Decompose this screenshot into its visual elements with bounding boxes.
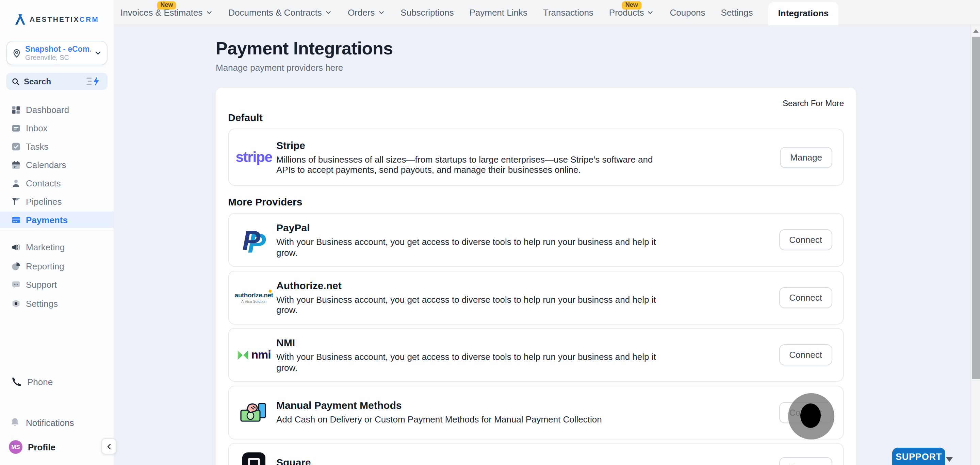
- sidebar-item-dashboard[interactable]: Dashboard: [0, 102, 114, 118]
- dashboard-icon: [11, 105, 21, 115]
- provider-description: Add Cash on Delivery or Custom Payment M…: [276, 415, 664, 425]
- sidebar-item-inbox[interactable]: Inbox: [0, 120, 114, 136]
- app-window: AESTHETIXCRM Snapshot - eCom... Greenvil…: [0, 0, 980, 465]
- chevron-down-icon: [377, 8, 385, 16]
- scrollbar-thumb[interactable]: [972, 37, 980, 379]
- sidebar-item-label: Pipelines: [26, 196, 62, 206]
- nav-item-settings[interactable]: Settings: [721, 0, 753, 24]
- connect-button[interactable]: Connect: [779, 229, 832, 250]
- sidebar-item-label: Notifications: [26, 417, 74, 428]
- contacts-person-icon: [11, 178, 21, 188]
- nav-item-transactions[interactable]: Transactions: [543, 0, 593, 24]
- sidebar: AESTHETIXCRM Snapshot - eCom... Greenvil…: [0, 0, 115, 465]
- search-input[interactable]: Search: [6, 73, 108, 90]
- settings-gear-icon: [11, 298, 21, 308]
- nav-item-subscriptions[interactable]: Subscriptions: [401, 0, 453, 24]
- provider-row-authorize-net: authorize.net A Visa Solution Authorize.…: [228, 270, 844, 324]
- provider-name: NMI: [276, 337, 779, 349]
- integrations-panel: Search For More Default stripe Stripe Mi…: [215, 87, 857, 465]
- sidebar-item-profile[interactable]: MS Profile: [0, 439, 114, 455]
- sidebar-item-pipelines[interactable]: Pipelines: [0, 193, 114, 209]
- new-badge: New: [157, 2, 176, 10]
- nav-item-payment-links[interactable]: Payment Links: [469, 0, 527, 24]
- nav-item-integrations[interactable]: Integrations: [769, 2, 838, 25]
- nav-item-label: Orders: [348, 7, 375, 17]
- scroll-up-arrow-icon: [973, 29, 978, 32]
- search-for-more-link[interactable]: Search For More: [216, 98, 844, 108]
- sidebar-collapse-button[interactable]: [102, 438, 116, 454]
- support-button[interactable]: SUPPORT: [892, 448, 945, 465]
- nav-item-label: Integrations: [778, 8, 829, 18]
- nmi-bowtie-icon: [237, 349, 249, 361]
- stripe-logo: stripe: [231, 149, 276, 165]
- sidebar-item-label: Support: [26, 279, 57, 290]
- sidebar-item-label: Phone: [27, 376, 53, 387]
- location-selector[interactable]: Snapshot - eCom... Greenville, SC: [6, 41, 108, 65]
- nav-item-documents-contracts[interactable]: Documents & Contracts: [228, 0, 332, 24]
- sidebar-item-label: Payments: [26, 215, 68, 225]
- sidebar-divider: [0, 231, 115, 231]
- search-icon: [11, 77, 20, 86]
- provider-name: Stripe: [276, 139, 780, 151]
- sidebar-item-notifications[interactable]: Notifications: [0, 414, 114, 431]
- avatar: MS: [9, 440, 22, 454]
- sidebar-menu-secondary: Marketing Reporting Support: [0, 236, 114, 315]
- calendar-icon: [11, 160, 21, 170]
- provider-row-stripe: stripe Stripe Millions of businesses of …: [228, 129, 844, 186]
- sidebar-item-phone[interactable]: Phone: [0, 373, 114, 390]
- tasks-check-icon: [11, 141, 21, 151]
- sidebar-item-label: Reporting: [26, 261, 64, 271]
- provider-row-square: Square Connect: [228, 443, 844, 465]
- page-scrollbar[interactable]: [970, 25, 980, 465]
- connect-button[interactable]: Connect: [779, 457, 832, 465]
- chevron-left-icon: [105, 443, 113, 450]
- sidebar-item-label: Profile: [28, 442, 56, 452]
- bell-icon: [10, 417, 21, 428]
- pipelines-funnel-icon: [11, 196, 21, 206]
- nav-item-orders[interactable]: Orders: [348, 0, 385, 24]
- sidebar-item-label: Tasks: [26, 141, 48, 151]
- nav-item-products[interactable]: New Products: [609, 0, 654, 24]
- paypal-logo: P P: [231, 224, 276, 256]
- sidebar-item-calendars[interactable]: Calendars: [0, 157, 114, 173]
- payments-card-icon: [11, 215, 21, 225]
- chevron-down-icon: [325, 8, 332, 16]
- sidebar-item-contacts[interactable]: Contacts: [0, 175, 114, 191]
- sidebar-item-label: Calendars: [26, 160, 66, 170]
- sidebar-item-marketing[interactable]: Marketing: [0, 240, 114, 255]
- sidebar-item-label: Contacts: [26, 178, 61, 188]
- provider-name: Square: [276, 457, 779, 465]
- page-subtitle: Manage payment providers here: [216, 63, 857, 73]
- connect-button[interactable]: Connect: [779, 287, 832, 308]
- sidebar-item-support[interactable]: Support: [0, 277, 114, 292]
- chevron-down-icon: [205, 8, 213, 16]
- main-content: Payment Integrations Manage payment prov…: [215, 25, 857, 465]
- location-name: Snapshot - eCom...: [25, 44, 91, 53]
- brand-logo: AESTHETIXCRM: [0, 4, 114, 34]
- provider-description: With your Business account, you get acce…: [276, 294, 664, 315]
- new-badge: New: [622, 2, 641, 10]
- authorize-net-logo: authorize.net A Visa Solution: [231, 291, 276, 303]
- provider-row-manual-payment-methods: Manual Payment Methods Add Cash on Deliv…: [228, 386, 844, 439]
- nav-item-coupons[interactable]: Coupons: [670, 0, 705, 24]
- reporting-pie-icon: [11, 261, 21, 271]
- nav-item-label: Payment Links: [469, 7, 527, 17]
- provider-name: PayPal: [276, 222, 779, 234]
- chevron-down-icon: [94, 49, 102, 57]
- sidebar-item-payments[interactable]: Payments: [0, 211, 114, 228]
- connect-button[interactable]: Connect: [779, 344, 832, 365]
- provider-description: Millions of businesses of all sizes—from…: [276, 154, 664, 175]
- sidebar-item-reporting[interactable]: Reporting: [0, 259, 114, 273]
- section-more-providers: More Providers: [228, 196, 856, 208]
- scrollbar-up-button[interactable]: [971, 25, 980, 36]
- search-placeholder: Search: [24, 76, 82, 86]
- sidebar-item-settings[interactable]: Settings: [0, 296, 114, 311]
- nav-item-label: Coupons: [670, 7, 705, 17]
- nav-item-invoices-estimates[interactable]: New Invoices & Estimates: [121, 0, 213, 24]
- phone-icon: [11, 376, 22, 387]
- quick-actions-bolt-icon: [86, 76, 102, 86]
- sidebar-item-tasks[interactable]: Tasks: [0, 138, 114, 154]
- provider-row-paypal: P P PayPal With your Business account, y…: [228, 213, 844, 267]
- nav-item-label: Subscriptions: [401, 7, 453, 17]
- manage-button[interactable]: Manage: [780, 147, 832, 168]
